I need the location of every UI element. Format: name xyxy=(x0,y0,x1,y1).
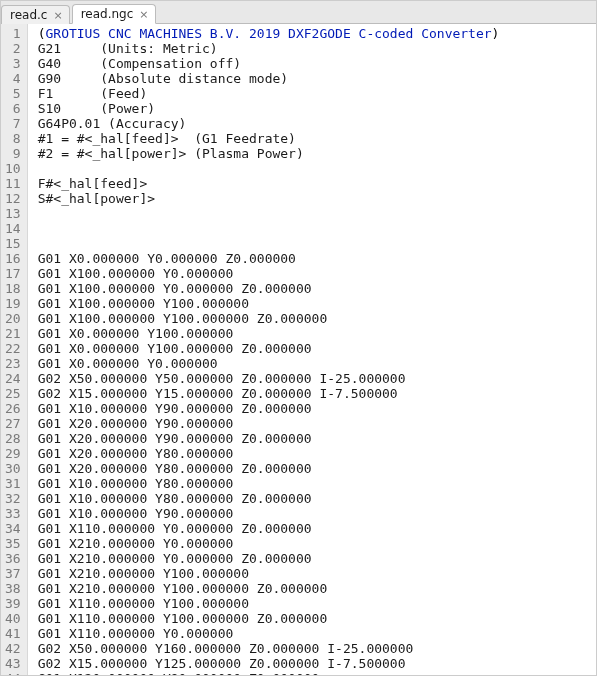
code-line[interactable]: G01 X210.000000 Y0.000000 Z0.000000 xyxy=(38,551,596,566)
code-line[interactable]: G01 X10.000000 Y90.000000 Z0.000000 xyxy=(38,401,596,416)
code-line[interactable] xyxy=(38,236,596,251)
code-line[interactable]: (GROTIUS CNC MACHINES B.V. 2019 DXF2GODE… xyxy=(38,26,596,41)
line-number: 42 xyxy=(5,641,21,656)
line-number: 24 xyxy=(5,371,21,386)
code-line[interactable]: S#<_hal[power]> xyxy=(38,191,596,206)
code-token: S#<_hal[power]> xyxy=(38,191,155,206)
line-number: 28 xyxy=(5,431,21,446)
code-line[interactable]: G01 X100.000000 Y0.000000 Z0.000000 xyxy=(38,281,596,296)
code-token: ) xyxy=(492,26,500,41)
code-line[interactable]: G01 X20.000000 Y90.000000 Z0.000000 xyxy=(38,431,596,446)
close-icon[interactable]: × xyxy=(53,10,62,21)
line-number: 9 xyxy=(5,146,21,161)
code-token: G01 X20.000000 Y90.000000 Z0.000000 xyxy=(38,431,312,446)
code-line[interactable]: G02 X50.000000 Y160.000000 Z0.000000 I-2… xyxy=(38,641,596,656)
code-line[interactable]: F#<_hal[feed]> xyxy=(38,176,596,191)
code-line[interactable]: G01 X0.000000 Y0.000000 xyxy=(38,356,596,371)
code-line[interactable]: G01 X120.000000 Y90.000000 Z0.000000 xyxy=(38,671,596,675)
line-number: 40 xyxy=(5,611,21,626)
tab-read-c[interactable]: read.c× xyxy=(1,5,70,24)
line-number: 1 xyxy=(5,26,21,41)
code-line[interactable]: G90 (Absolute distance mode) xyxy=(38,71,596,86)
code-token: G01 X120.000000 Y90.000000 Z0.000000 xyxy=(38,671,320,675)
code-line[interactable]: G01 X210.000000 Y100.000000 xyxy=(38,566,596,581)
code-line[interactable]: G02 X15.000000 Y125.000000 Z0.000000 I-7… xyxy=(38,656,596,671)
code-line[interactable]: G01 X110.000000 Y100.000000 xyxy=(38,596,596,611)
line-number: 41 xyxy=(5,626,21,641)
code-token: G01 X0.000000 Y0.000000 xyxy=(38,356,218,371)
code-line[interactable]: G01 X10.000000 Y90.000000 xyxy=(38,506,596,521)
code-line[interactable] xyxy=(38,206,596,221)
code-line[interactable]: G40 (Compensation off) xyxy=(38,56,596,71)
code-token: G01 X110.000000 Y0.000000 xyxy=(38,626,234,641)
code-area[interactable]: (GROTIUS CNC MACHINES B.V. 2019 DXF2GODE… xyxy=(28,24,596,675)
line-number: 18 xyxy=(5,281,21,296)
line-number: 25 xyxy=(5,386,21,401)
line-number: 11 xyxy=(5,176,21,191)
code-line[interactable]: G01 X100.000000 Y100.000000 Z0.000000 xyxy=(38,311,596,326)
code-line[interactable]: G01 X110.000000 Y0.000000 xyxy=(38,626,596,641)
code-line[interactable]: G01 X0.000000 Y100.000000 xyxy=(38,326,596,341)
code-token: #1 = #<_hal[feed]> (G1 Feedrate) xyxy=(38,131,296,146)
code-token: G01 X100.000000 Y0.000000 xyxy=(38,266,234,281)
code-line[interactable]: G01 X100.000000 Y0.000000 xyxy=(38,266,596,281)
code-token: G01 X0.000000 Y0.000000 Z0.000000 xyxy=(38,251,296,266)
code-token: G01 X10.000000 Y80.000000 Z0.000000 xyxy=(38,491,312,506)
code-line[interactable]: G01 X0.000000 Y100.000000 Z0.000000 xyxy=(38,341,596,356)
code-line[interactable]: G21 (Units: Metric) xyxy=(38,41,596,56)
code-token: F#<_hal[feed]> xyxy=(38,176,148,191)
code-token: G01 X100.000000 Y100.000000 Z0.000000 xyxy=(38,311,328,326)
tab-bar: read.c×read.ngc× xyxy=(1,1,596,24)
line-number-gutter: 1 2 3 4 5 6 7 8 910111213141516171819202… xyxy=(1,24,28,675)
code-line[interactable]: G01 X100.000000 Y100.000000 xyxy=(38,296,596,311)
tab-read-ngc[interactable]: read.ngc× xyxy=(72,4,156,24)
code-token: F1 (Feed) xyxy=(38,86,148,101)
line-number: 36 xyxy=(5,551,21,566)
code-token: G01 X10.000000 Y90.000000 xyxy=(38,506,234,521)
code-line[interactable]: G01 X210.000000 Y0.000000 xyxy=(38,536,596,551)
code-token: G01 X110.000000 Y100.000000 Z0.000000 xyxy=(38,611,328,626)
code-line[interactable]: G01 X10.000000 Y80.000000 xyxy=(38,476,596,491)
line-number: 43 xyxy=(5,656,21,671)
code-line[interactable]: G01 X210.000000 Y100.000000 Z0.000000 xyxy=(38,581,596,596)
code-line[interactable]: G02 X15.000000 Y15.000000 Z0.000000 I-7.… xyxy=(38,386,596,401)
code-token: G01 X0.000000 Y100.000000 Z0.000000 xyxy=(38,341,312,356)
line-number: 7 xyxy=(5,116,21,131)
code-token: G01 X210.000000 Y0.000000 Z0.000000 xyxy=(38,551,312,566)
line-number: 34 xyxy=(5,521,21,536)
code-token: GROTIUS CNC MACHINES B.V. 2019 DXF2GODE … xyxy=(45,26,491,41)
tab-label: read.ngc xyxy=(81,7,134,21)
line-number: 16 xyxy=(5,251,21,266)
code-token: G01 X100.000000 Y100.000000 xyxy=(38,296,249,311)
code-token: G01 X100.000000 Y0.000000 Z0.000000 xyxy=(38,281,312,296)
code-line[interactable]: G01 X110.000000 Y0.000000 Z0.000000 xyxy=(38,521,596,536)
code-line[interactable]: S10 (Power) xyxy=(38,101,596,116)
code-token: #2 = #<_hal[power]> (Plasma Power) xyxy=(38,146,304,161)
close-icon[interactable]: × xyxy=(139,9,148,20)
line-number: 5 xyxy=(5,86,21,101)
line-number: 30 xyxy=(5,461,21,476)
code-line[interactable]: G01 X20.000000 Y80.000000 xyxy=(38,446,596,461)
code-token: G01 X110.000000 Y100.000000 xyxy=(38,596,249,611)
line-number: 14 xyxy=(5,221,21,236)
code-token: S10 (Power) xyxy=(38,101,155,116)
code-line[interactable]: G64P0.01 (Accuracy) xyxy=(38,116,596,131)
line-number: 21 xyxy=(5,326,21,341)
line-number: 19 xyxy=(5,296,21,311)
code-line[interactable]: F1 (Feed) xyxy=(38,86,596,101)
code-line[interactable]: G01 X20.000000 Y80.000000 Z0.000000 xyxy=(38,461,596,476)
code-line[interactable]: G01 X0.000000 Y0.000000 Z0.000000 xyxy=(38,251,596,266)
line-number: 23 xyxy=(5,356,21,371)
line-number: 38 xyxy=(5,581,21,596)
code-line[interactable]: G01 X110.000000 Y100.000000 Z0.000000 xyxy=(38,611,596,626)
code-line[interactable]: G02 X50.000000 Y50.000000 Z0.000000 I-25… xyxy=(38,371,596,386)
code-line[interactable]: #1 = #<_hal[feed]> (G1 Feedrate) xyxy=(38,131,596,146)
code-line[interactable]: G01 X10.000000 Y80.000000 Z0.000000 xyxy=(38,491,596,506)
code-line[interactable]: #2 = #<_hal[power]> (Plasma Power) xyxy=(38,146,596,161)
code-line[interactable]: G01 X20.000000 Y90.000000 xyxy=(38,416,596,431)
line-number: 22 xyxy=(5,341,21,356)
code-line[interactable] xyxy=(38,221,596,236)
code-line[interactable] xyxy=(38,161,596,176)
line-number: 26 xyxy=(5,401,21,416)
editor-area: 1 2 3 4 5 6 7 8 910111213141516171819202… xyxy=(1,24,596,675)
